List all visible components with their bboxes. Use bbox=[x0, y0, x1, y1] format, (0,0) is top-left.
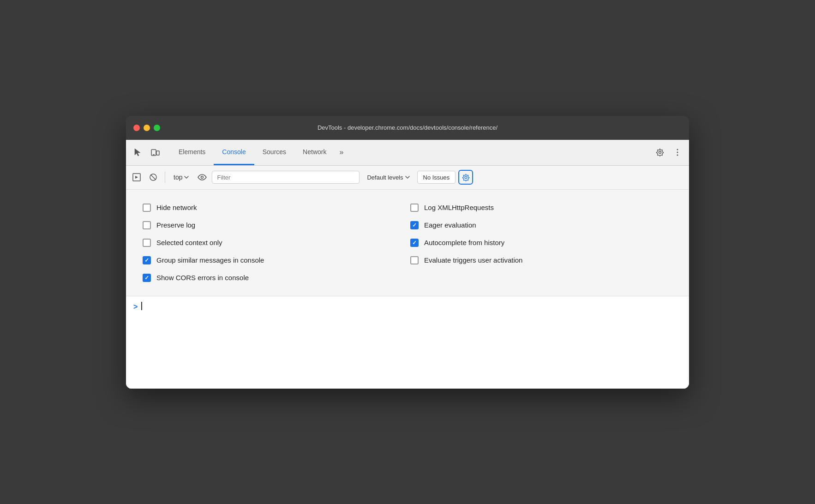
checkbox-group-similar[interactable]: Group similar messages in console bbox=[140, 252, 408, 269]
cb-group-similar[interactable] bbox=[143, 256, 151, 264]
inspect-element-button[interactable] bbox=[130, 144, 145, 160]
console-cursor bbox=[141, 302, 142, 310]
tab-console[interactable]: Console bbox=[214, 139, 254, 165]
titlebar: DevTools - developer.chrome.com/docs/dev… bbox=[126, 116, 689, 140]
svg-point-11 bbox=[201, 176, 204, 179]
cb-eager-eval[interactable] bbox=[410, 221, 419, 229]
svg-rect-1 bbox=[156, 151, 159, 155]
checkbox-eager-eval[interactable]: Eager evaluation bbox=[408, 216, 675, 234]
tab-elements[interactable]: Elements bbox=[170, 139, 214, 165]
close-button[interactable] bbox=[133, 125, 140, 131]
gear-icon bbox=[656, 148, 664, 156]
svg-marker-8 bbox=[135, 176, 138, 179]
tab-more-button[interactable]: » bbox=[335, 139, 348, 165]
levels-label: Default levels bbox=[367, 174, 403, 181]
svg-point-12 bbox=[465, 176, 467, 179]
checkbox-preserve-log[interactable]: Preserve log bbox=[140, 216, 408, 234]
svg-point-3 bbox=[659, 151, 661, 154]
label-log-xmlhttp: Log XMLHttpRequests bbox=[424, 204, 494, 211]
checkbox-selected-context[interactable]: Selected context only bbox=[140, 234, 408, 252]
checkbox-hide-network[interactable]: Hide network bbox=[140, 199, 408, 216]
cursor-icon bbox=[133, 148, 142, 157]
context-value: top bbox=[174, 174, 182, 181]
tabs-container: Elements Console Sources Network » bbox=[170, 139, 652, 165]
svg-point-4 bbox=[677, 149, 678, 150]
checkbox-show-cors[interactable]: Show CORS errors in console bbox=[140, 269, 408, 287]
checkbox-autocomplete-history[interactable]: Autocomplete from history bbox=[408, 234, 675, 252]
filter-input[interactable] bbox=[212, 171, 360, 184]
settings-panel: Hide network Preserve log Selected conte… bbox=[126, 190, 689, 296]
cb-autocomplete-history[interactable] bbox=[410, 239, 419, 247]
label-eager-eval: Eager evaluation bbox=[424, 221, 476, 229]
checkbox-log-xmlhttp[interactable]: Log XMLHttpRequests bbox=[408, 199, 675, 216]
settings-grid: Hide network Preserve log Selected conte… bbox=[140, 199, 675, 287]
settings-col-right: Log XMLHttpRequests Eager evaluation Aut… bbox=[408, 199, 675, 287]
show-drawer-button[interactable] bbox=[130, 170, 144, 184]
tab-network[interactable]: Network bbox=[294, 139, 335, 165]
block-icon bbox=[149, 173, 158, 182]
chevron-down-icon bbox=[184, 176, 189, 179]
cb-preserve-log[interactable] bbox=[143, 221, 151, 229]
label-hide-network: Hide network bbox=[156, 204, 197, 211]
label-show-cors: Show CORS errors in console bbox=[156, 274, 249, 282]
cb-evaluate-triggers[interactable] bbox=[410, 256, 419, 264]
tab-bar: Elements Console Sources Network » bbox=[126, 140, 689, 166]
tab-sources[interactable]: Sources bbox=[254, 139, 294, 165]
device-icon bbox=[150, 148, 160, 157]
log-levels-button[interactable]: Default levels bbox=[362, 170, 414, 184]
console-toolbar: top Default levels No Issues bbox=[126, 166, 689, 190]
context-selector[interactable]: top bbox=[170, 170, 192, 184]
label-selected-context: Selected context only bbox=[156, 239, 222, 246]
label-autocomplete-history: Autocomplete from history bbox=[424, 239, 504, 246]
label-group-similar: Group similar messages in console bbox=[156, 256, 264, 264]
console-settings-button[interactable] bbox=[458, 170, 473, 185]
svg-point-6 bbox=[677, 155, 678, 156]
console-area[interactable]: > bbox=[126, 296, 689, 389]
clear-console-button[interactable] bbox=[146, 170, 160, 184]
eye-icon bbox=[198, 174, 207, 180]
devtools-body: Elements Console Sources Network » bbox=[126, 140, 689, 389]
settings-col-left: Hide network Preserve log Selected conte… bbox=[140, 199, 408, 287]
label-evaluate-triggers: Evaluate triggers user activation bbox=[424, 256, 522, 264]
device-toolbar-button[interactable] bbox=[147, 144, 163, 160]
cb-show-cors[interactable] bbox=[143, 274, 151, 282]
drawer-icon bbox=[132, 173, 141, 182]
eye-icon-button[interactable] bbox=[195, 170, 209, 184]
settings-active-gear-icon bbox=[462, 174, 470, 181]
maximize-button[interactable] bbox=[154, 125, 160, 131]
checkbox-evaluate-triggers[interactable]: Evaluate triggers user activation bbox=[408, 252, 675, 269]
svg-point-5 bbox=[677, 152, 678, 153]
more-options-button[interactable] bbox=[670, 144, 685, 160]
vertical-dots-icon bbox=[673, 148, 682, 156]
devtools-window: DevTools - developer.chrome.com/docs/dev… bbox=[126, 116, 689, 389]
label-preserve-log: Preserve log bbox=[156, 221, 195, 229]
cb-selected-context[interactable] bbox=[143, 239, 151, 247]
minimize-button[interactable] bbox=[144, 125, 150, 131]
tab-bar-icons bbox=[130, 144, 163, 160]
svg-line-10 bbox=[151, 175, 156, 180]
settings-gear-button[interactable] bbox=[652, 144, 668, 160]
tab-bar-right bbox=[652, 144, 685, 160]
window-title: DevTools - developer.chrome.com/docs/dev… bbox=[318, 124, 497, 131]
toolbar-divider-1 bbox=[165, 172, 165, 183]
cb-log-xmlhttp[interactable] bbox=[410, 204, 419, 212]
levels-chevron-icon bbox=[405, 176, 410, 179]
console-prompt: > bbox=[133, 303, 138, 311]
no-issues-button[interactable]: No Issues bbox=[417, 171, 456, 184]
traffic-lights bbox=[133, 125, 160, 131]
cb-hide-network[interactable] bbox=[143, 204, 151, 212]
